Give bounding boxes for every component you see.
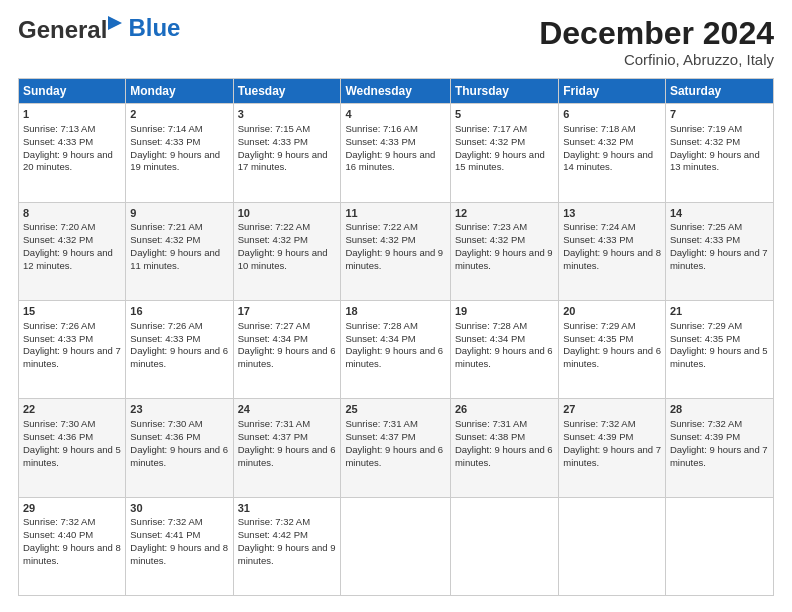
day-3: 3Sunrise: 7:15 AMSunset: 4:33 PMDaylight…: [233, 104, 341, 202]
empty-cell: [559, 497, 666, 595]
logo-blue: Blue: [128, 16, 180, 40]
location: Corfinio, Abruzzo, Italy: [539, 51, 774, 68]
day-10: 10Sunrise: 7:22 AMSunset: 4:32 PMDayligh…: [233, 202, 341, 300]
day-15: 15Sunrise: 7:26 AMSunset: 4:33 PMDayligh…: [19, 300, 126, 398]
day-9: 9Sunrise: 7:21 AMSunset: 4:32 PMDaylight…: [126, 202, 233, 300]
calendar-table: Sunday Monday Tuesday Wednesday Thursday…: [18, 78, 774, 596]
svg-marker-0: [108, 16, 122, 30]
header-friday: Friday: [559, 79, 666, 104]
day-30: 30Sunrise: 7:32 AMSunset: 4:41 PMDayligh…: [126, 497, 233, 595]
table-row: 15Sunrise: 7:26 AMSunset: 4:33 PMDayligh…: [19, 300, 774, 398]
day-8: 8Sunrise: 7:20 AMSunset: 4:32 PMDaylight…: [19, 202, 126, 300]
empty-cell: [341, 497, 450, 595]
logo: General Blue: [18, 16, 180, 44]
day-5: 5Sunrise: 7:17 AMSunset: 4:32 PMDaylight…: [450, 104, 558, 202]
day-23: 23Sunrise: 7:30 AMSunset: 4:36 PMDayligh…: [126, 399, 233, 497]
day-12: 12Sunrise: 7:23 AMSunset: 4:32 PMDayligh…: [450, 202, 558, 300]
day-1: 1Sunrise: 7:13 AMSunset: 4:33 PMDaylight…: [19, 104, 126, 202]
day-11: 11Sunrise: 7:22 AMSunset: 4:32 PMDayligh…: [341, 202, 450, 300]
day-24: 24Sunrise: 7:31 AMSunset: 4:37 PMDayligh…: [233, 399, 341, 497]
day-17: 17Sunrise: 7:27 AMSunset: 4:34 PMDayligh…: [233, 300, 341, 398]
header: General Blue December 2024 Corfinio, Abr…: [18, 16, 774, 68]
day-27: 27Sunrise: 7:32 AMSunset: 4:39 PMDayligh…: [559, 399, 666, 497]
day-14: 14Sunrise: 7:25 AMSunset: 4:33 PMDayligh…: [665, 202, 773, 300]
day-26: 26Sunrise: 7:31 AMSunset: 4:38 PMDayligh…: [450, 399, 558, 497]
day-2: 2Sunrise: 7:14 AMSunset: 4:33 PMDaylight…: [126, 104, 233, 202]
month-title: December 2024: [539, 16, 774, 51]
day-7: 7Sunrise: 7:19 AMSunset: 4:32 PMDaylight…: [665, 104, 773, 202]
day-19: 19Sunrise: 7:28 AMSunset: 4:34 PMDayligh…: [450, 300, 558, 398]
table-row: 8Sunrise: 7:20 AMSunset: 4:32 PMDaylight…: [19, 202, 774, 300]
table-row: 29Sunrise: 7:32 AMSunset: 4:40 PMDayligh…: [19, 497, 774, 595]
day-29: 29Sunrise: 7:32 AMSunset: 4:40 PMDayligh…: [19, 497, 126, 595]
header-tuesday: Tuesday: [233, 79, 341, 104]
header-saturday: Saturday: [665, 79, 773, 104]
header-wednesday: Wednesday: [341, 79, 450, 104]
day-4: 4Sunrise: 7:16 AMSunset: 4:33 PMDaylight…: [341, 104, 450, 202]
day-20: 20Sunrise: 7:29 AMSunset: 4:35 PMDayligh…: [559, 300, 666, 398]
day-22: 22Sunrise: 7:30 AMSunset: 4:36 PMDayligh…: [19, 399, 126, 497]
day-16: 16Sunrise: 7:26 AMSunset: 4:33 PMDayligh…: [126, 300, 233, 398]
day-31: 31Sunrise: 7:32 AMSunset: 4:42 PMDayligh…: [233, 497, 341, 595]
day-13: 13Sunrise: 7:24 AMSunset: 4:33 PMDayligh…: [559, 202, 666, 300]
day-28: 28Sunrise: 7:32 AMSunset: 4:39 PMDayligh…: [665, 399, 773, 497]
day-25: 25Sunrise: 7:31 AMSunset: 4:37 PMDayligh…: [341, 399, 450, 497]
table-row: 1Sunrise: 7:13 AMSunset: 4:33 PMDaylight…: [19, 104, 774, 202]
page: General Blue December 2024 Corfinio, Abr…: [0, 0, 792, 612]
logo-flag-icon: [108, 16, 126, 34]
header-thursday: Thursday: [450, 79, 558, 104]
day-21: 21Sunrise: 7:29 AMSunset: 4:35 PMDayligh…: [665, 300, 773, 398]
header-monday: Monday: [126, 79, 233, 104]
weekday-header-row: Sunday Monday Tuesday Wednesday Thursday…: [19, 79, 774, 104]
table-row: 22Sunrise: 7:30 AMSunset: 4:36 PMDayligh…: [19, 399, 774, 497]
title-block: December 2024 Corfinio, Abruzzo, Italy: [539, 16, 774, 68]
empty-cell: [450, 497, 558, 595]
day-6: 6Sunrise: 7:18 AMSunset: 4:32 PMDaylight…: [559, 104, 666, 202]
header-sunday: Sunday: [19, 79, 126, 104]
logo-general: General: [18, 16, 107, 44]
empty-cell: [665, 497, 773, 595]
day-18: 18Sunrise: 7:28 AMSunset: 4:34 PMDayligh…: [341, 300, 450, 398]
